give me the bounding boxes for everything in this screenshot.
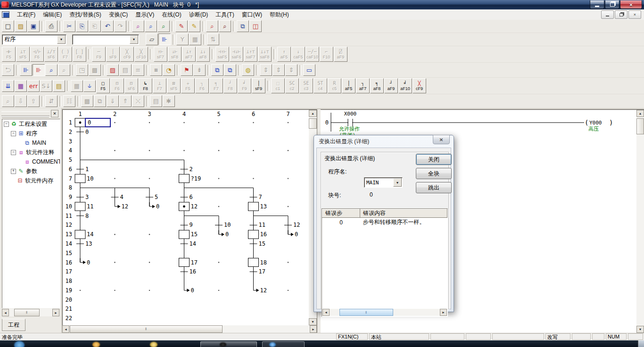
ladder-vscrollbar[interactable]: ▲ ▼ [636,109,644,333]
clock-setting-icon-button[interactable]: ◔ [163,64,175,76]
error-list-hscrollbar[interactable]: ◄ ► ⦀ [322,309,447,316]
caF10-button[interactable]: ─/─caF10 [305,47,319,62]
menu-c[interactable]: 变换(C) [105,9,132,20]
sfc-transition[interactable]: 1 [76,166,89,173]
sfc-sel-divergence-button[interactable]: ┐F6 [195,78,209,93]
sfc-transition[interactable]: 14 [181,240,196,247]
sfc-transition[interactable]: 5 [146,194,158,200]
dialog-close-button[interactable]: ✕ [433,135,450,144]
find-next-up-icon-button[interactable]: ⇧ [27,95,40,107]
sfc-transition[interactable]: 2 [181,166,193,173]
taskbar-active-button[interactable] [200,341,257,347]
error-content-header[interactable]: 错误内容 [360,209,447,218]
aF8-button[interactable]: ⊥↓aF8 [196,47,210,62]
sfc-step[interactable]: 10 [75,174,93,183]
menu-w[interactable]: 窗口(W) [238,9,266,20]
matrix-view-icon-button[interactable]: ▦ [189,33,201,45]
sfc-step[interactable]: 0 [75,118,110,127]
sF8-button[interactable]: ↓⊢sF8 [168,47,182,62]
sfc-step[interactable]: 14 [75,230,93,239]
window-switch-icon-button[interactable]: ⮌ [2,64,14,76]
sfc-block-grid-icon-button[interactable]: ▦ [71,80,83,92]
sfc-transition[interactable]: 8 [76,213,89,219]
open-zoom-window-icon-button[interactable]: ⧉ [224,64,236,76]
sfc-rule-se-button[interactable]: SEc3 [299,78,313,93]
scroll-thumb[interactable]: ⦀ [14,309,40,316]
sfc-transition[interactable]: 3 [76,194,89,200]
sfc-step[interactable]: 11 [75,202,93,211]
sfc-sel-div-write-button[interactable]: ┐aF7 [356,78,370,93]
monitor-globe-icon-button[interactable]: ◍ [242,64,254,76]
sfc-transition[interactable]: 9 [181,222,193,228]
panel-grip[interactable] [1,111,50,116]
sfc-step[interactable]: ?19 [179,174,201,183]
scroll-thumb[interactable]: ⦀ [70,325,223,333]
sfc-transition[interactable]: 6 [181,194,193,200]
save-project-icon-button[interactable]: ▣ [27,20,40,32]
line-up-icon-button[interactable]: ⇕ [260,64,272,76]
block-copy-icon-button[interactable]: ⧉ [94,95,106,107]
device-use-list-icon-button[interactable]: ⌗ [150,64,162,76]
comment-display-icon-button[interactable]: ▱ [146,33,158,45]
sfc-transition[interactable]: 0 [76,129,89,135]
sfc-step[interactable]: 17 [179,258,198,267]
step-trace-icon-button[interactable]: ⇵ [45,95,58,107]
menu-t[interactable]: 工具(T) [212,9,238,20]
tree-item-comment-file[interactable]: ⧈COMMENT [2,157,60,166]
tree-hscrollbar[interactable]: ◄ ► ⦀ [2,309,59,316]
mdi-close-button[interactable]: × [628,10,641,19]
contact-coil-find-icon-button[interactable]: ☷ [63,95,75,107]
menu-f[interactable]: 工程(F) [13,9,39,20]
project-data-list-icon-button[interactable]: ⧉ [237,20,249,32]
line-down-icon-button[interactable]: ⇕ [285,64,297,76]
F7-button[interactable]: ( )F7 [58,47,72,62]
block-move-down-icon-button[interactable]: ⇓ [107,95,119,107]
sfc-rule-sc-button[interactable]: SCc2 [285,78,299,93]
sfc-rule-st-button[interactable]: STc4 [314,78,327,93]
block-edit-icon-button[interactable]: ▤ [119,64,132,76]
replace-device-icon-button[interactable]: ⌕ [157,20,170,32]
sF5-button[interactable]: ⊥⊤sF5 [16,47,30,62]
mdi-minimize-button[interactable] [601,10,614,19]
minimize-button[interactable] [590,0,604,9]
menu-d[interactable]: 诊断(D) [185,9,212,20]
taskbar-icon-2[interactable] [150,342,157,347]
sfc-sel-conv-write-button[interactable]: ┘aF9 [384,78,398,93]
restore-button[interactable] [605,0,619,9]
program-combo-dropdown-icon[interactable]: ▼ [393,178,402,187]
menu-h[interactable]: 帮助(H) [266,9,293,20]
caF5-button[interactable]: ↓caF5 [291,47,305,62]
find-instruction-icon-button[interactable]: ⌕ [145,20,157,32]
scroll-up-button[interactable]: ▲ [309,110,317,117]
expand-icon[interactable]: + [11,169,16,174]
device-test-write-icon-button[interactable]: ✎ [175,20,188,32]
sfc-transition[interactable]: 15 [250,240,265,247]
sfc-par-divergence-button[interactable]: ╕F7 [209,78,223,93]
comment-window-icon-button[interactable]: ◳ [76,64,88,76]
F5-button[interactable]: ⊣⊢F5 [2,47,16,62]
tree-item-comment-folder[interactable]: −⧈软元件注释 [2,148,60,157]
close-button[interactable]: × [620,0,642,9]
tree-close-button[interactable]: ✕ [51,110,58,117]
combo-dropdown-icon[interactable]: ▼ [57,35,66,44]
scroll-left-button[interactable]: ◄ [2,309,9,316]
saF8-button[interactable]: ⊥↓⊤saF8 [258,47,272,62]
taskbar-button-2[interactable] [262,341,305,347]
sfc-transition[interactable]: 4 [111,194,124,200]
find-step-icon-button[interactable]: ⌕ [45,64,58,76]
sfc-dummy-step-button[interactable]: ⊠sF5 [167,78,181,93]
find-binoculars-icon-button[interactable]: ⌕ [2,95,14,107]
open-window-icon-button[interactable]: ⧉ [211,64,223,76]
scroll-down-icon-button[interactable]: ⇟ [193,64,206,76]
undo-icon-button[interactable]: ↶ [101,20,114,32]
sfc-rule-r-button[interactable]: Rc5 [328,78,341,93]
monitor-mode-icon-button[interactable]: ◫ [249,20,262,32]
sfc-step[interactable]: 18 [248,258,267,267]
sF7-button[interactable]: ↑⊢sF7 [154,47,167,62]
collapse-icon[interactable]: − [11,150,16,155]
aF9-button[interactable]: ⍁aF9 [334,47,347,62]
taskbar-icon-folder[interactable] [92,342,100,347]
open-project-icon-button[interactable]: ▨ [15,20,27,32]
paste-icon-button[interactable]: ⎗ [89,20,101,32]
sfc-editor-panel[interactable]: 1234567123456789101112131415161718192021… [62,109,317,325]
